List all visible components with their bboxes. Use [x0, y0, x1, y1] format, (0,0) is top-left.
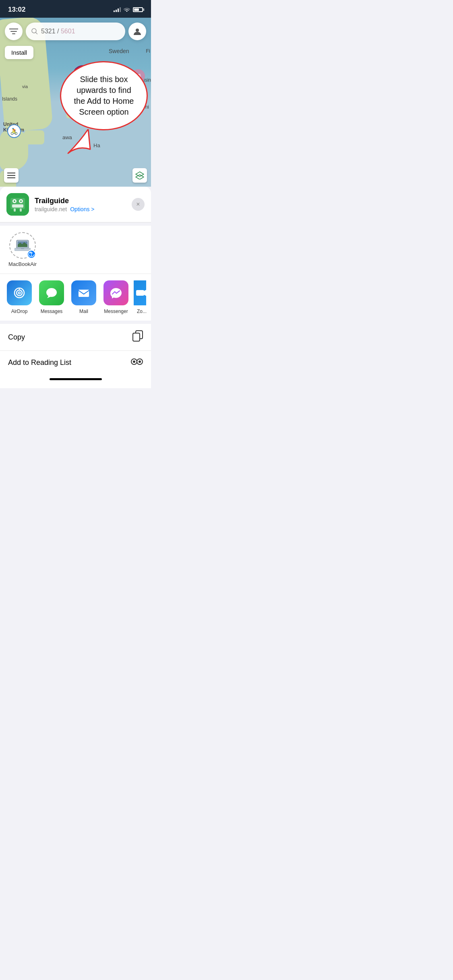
map-label-sweden: Sweden — [109, 48, 129, 54]
zoom-app-icon — [134, 280, 146, 305]
speech-bubble-tail — [64, 129, 96, 155]
mail-label: Mail — [79, 309, 88, 314]
search-total: 5601 — [61, 28, 75, 35]
app-domain: trailguide.net — [35, 206, 67, 212]
svg-rect-15 — [12, 204, 23, 208]
airdrop-label: AirDrop — [11, 309, 28, 314]
svg-rect-36 — [133, 333, 140, 341]
share-sheet: Trailguide trailguide.net Options > × — [0, 187, 151, 388]
action-rows: Copy Add to Reading List — [0, 324, 151, 374]
add-reading-list-label: Add to Reading List — [8, 358, 71, 367]
speech-bubble-container: Slide this box upwards to find the Add t… — [60, 61, 148, 130]
search-bar[interactable]: 5321 / 5601 — [26, 23, 125, 40]
copy-icon — [132, 330, 143, 344]
share-apps-list: AirDrop Messages — [5, 280, 146, 314]
svg-point-28 — [19, 292, 21, 294]
app-options-link[interactable]: Options > — [70, 206, 94, 212]
airdrop-device-macbookair[interactable]: MacBookAir — [6, 232, 39, 267]
airdrop-app-icon — [7, 280, 32, 305]
app-name: Trailguide — [35, 197, 126, 205]
status-bar: 13:02 — [0, 0, 151, 18]
messenger-app-icon — [103, 280, 128, 305]
home-indicator — [50, 378, 102, 380]
messages-app-icon — [39, 280, 64, 305]
map-bike-marker-2[interactable]: 🚴 — [7, 124, 21, 138]
status-icons — [114, 6, 143, 13]
svg-point-30 — [46, 288, 57, 297]
share-app-zoom[interactable]: Zo... — [134, 280, 146, 314]
speech-bubble: Slide this box upwards to find the Add t… — [60, 61, 148, 130]
share-app-messages[interactable]: Messages — [37, 280, 66, 314]
svg-rect-23 — [21, 248, 24, 249]
svg-point-18 — [14, 200, 15, 202]
share-app-messenger[interactable]: Messenger — [101, 280, 130, 314]
map-label-fi: Fi — [146, 48, 150, 54]
app-domain-row: trailguide.net Options > — [35, 206, 126, 212]
svg-line-4 — [36, 33, 37, 34]
share-apps-row: AirDrop Messages — [0, 274, 151, 321]
share-apps-container: AirDrop Messages — [0, 274, 151, 321]
airdrop-badge — [27, 250, 36, 259]
status-time: 13:02 — [8, 6, 25, 14]
battery-icon — [133, 7, 143, 12]
mail-app-icon — [71, 280, 96, 305]
map-view[interactable]: 5321 / 5601 Install Sweden Oslo UnitedKi… — [0, 18, 151, 187]
svg-point-25 — [31, 255, 32, 256]
share-app-airdrop[interactable]: AirDrop — [5, 280, 34, 314]
share-app-mail[interactable]: Mail — [69, 280, 98, 314]
app-icon — [6, 193, 29, 216]
svg-marker-10 — [136, 175, 144, 179]
reading-list-icon — [131, 357, 143, 368]
svg-point-40 — [139, 360, 141, 363]
close-button[interactable]: × — [132, 198, 145, 211]
messages-label: Messages — [41, 309, 63, 314]
search-bar-container: 5321 / 5601 — [5, 23, 146, 40]
home-indicator-area — [0, 374, 151, 388]
svg-rect-32 — [79, 290, 89, 297]
copy-action-row[interactable]: Copy — [0, 324, 151, 351]
airdrop-device-name: MacBookAir — [8, 261, 37, 267]
map-label-islands: Islands — [2, 96, 17, 102]
app-info-row: Trailguide trailguide.net Options > × — [0, 187, 151, 222]
search-count-text: 5321 / 5601 — [41, 28, 75, 35]
signal-icon — [114, 7, 121, 12]
map-label-via: via — [22, 84, 28, 89]
map-land-ireland — [24, 130, 44, 144]
add-reading-list-row[interactable]: Add to Reading List — [0, 351, 151, 374]
svg-rect-16 — [14, 208, 16, 212]
profile-button[interactable] — [128, 23, 146, 40]
app-info-text: Trailguide trailguide.net Options > — [35, 197, 126, 212]
zoom-label: Zo... — [134, 309, 146, 314]
wifi-icon — [123, 6, 130, 13]
copy-label: Copy — [8, 333, 25, 342]
svg-marker-9 — [136, 172, 144, 177]
filter-button[interactable] — [5, 23, 23, 40]
map-list-button[interactable] — [4, 168, 19, 183]
svg-point-19 — [20, 200, 22, 202]
svg-point-5 — [136, 29, 139, 32]
messenger-label: Messenger — [104, 309, 128, 314]
airdrop-section: MacBookAir — [0, 226, 151, 274]
svg-marker-34 — [144, 289, 146, 296]
svg-rect-17 — [20, 208, 22, 212]
svg-point-27 — [17, 290, 22, 296]
svg-point-38 — [133, 360, 135, 363]
map-layers-button[interactable] — [132, 168, 147, 183]
install-button[interactable]: Install — [5, 46, 33, 59]
svg-rect-33 — [136, 290, 144, 296]
airdrop-device-icon — [9, 232, 36, 259]
